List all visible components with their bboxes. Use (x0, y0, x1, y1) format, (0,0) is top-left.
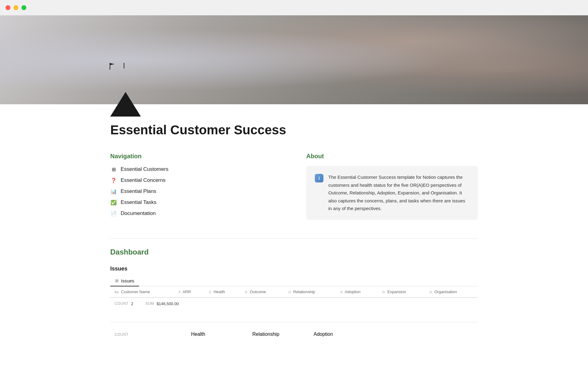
about-heading: About (306, 153, 478, 160)
nav-label-essential-customers: Essential Customers (121, 166, 168, 172)
navigation-list: ⊞ Essential Customers ❓ Essential Concer… (110, 166, 282, 217)
sidebar-item-essential-tasks[interactable]: ✅ Essential Tasks (110, 199, 282, 206)
col-adoption: ⊙ Adoption (336, 286, 378, 297)
nav-label-essential-plans: Essential Plans (121, 188, 156, 194)
bottom-health-label: Health (187, 328, 248, 340)
info-icon: i (315, 174, 323, 182)
navigation-section: Navigation ⊞ Essential Customers ❓ Essen… (110, 153, 282, 220)
sum-label: SUM (145, 301, 154, 306)
page-title: Essential Customer Success (110, 123, 478, 137)
number-type-icon: # (179, 290, 180, 294)
hero-image (0, 15, 588, 104)
question-icon: ❓ (110, 177, 117, 184)
col-health: Σ Health (205, 286, 240, 297)
count-value: 2 (131, 301, 133, 306)
table-icon: ⊞ (115, 278, 119, 283)
close-button[interactable] (6, 5, 10, 10)
about-section: About i The Essential Customer Success t… (306, 153, 478, 220)
two-column-layout: Navigation ⊞ Essential Customers ❓ Essen… (110, 153, 478, 220)
issues-widget-title: Issues (110, 266, 478, 272)
circle-type-icon-4: ⊙ (382, 290, 385, 294)
dashboard-section: Dashboard Issues ⊞ Issues Aa Customer Na… (110, 238, 478, 310)
issues-tab-bar: ⊞ Issues (110, 276, 478, 286)
circle-type-icon-5: ⊙ (429, 290, 432, 294)
bottom-count-area: COUNT (110, 328, 187, 340)
hero-overlay (0, 15, 588, 104)
sidebar-item-essential-customers[interactable]: ⊞ Essential Customers (110, 166, 282, 173)
circle-type-icon-2: ⊙ (288, 290, 291, 294)
about-text: The Essential Customer Success template … (328, 173, 469, 213)
sidebar-item-essential-concerns[interactable]: ❓ Essential Concerns (110, 177, 282, 184)
table-footer: COUNT 2 SUM $146,500.00 (110, 297, 478, 310)
circle-type-icon-3: ⊙ (340, 290, 343, 294)
bottom-labels: COUNT Health Relationship Adoption (110, 328, 478, 340)
minimize-button[interactable] (13, 5, 18, 10)
page-icon (110, 92, 141, 117)
col-arr: # ARR (174, 286, 205, 297)
count-label: COUNT (115, 301, 129, 306)
tab-issues[interactable]: ⊞ Issues (110, 276, 139, 286)
bottom-count-label: COUNT (115, 332, 129, 337)
page-content: Essential Customer Success Navigation ⊞ … (80, 92, 508, 340)
navigation-heading: Navigation (110, 153, 282, 160)
bottom-adoption-label: Adoption (309, 328, 371, 340)
bottom-relationship-label: Relationship (248, 328, 309, 340)
chart-icon: 📊 (110, 188, 117, 195)
nav-label-documentation: Documentation (121, 210, 156, 217)
footer-count: COUNT 2 (115, 301, 133, 306)
table-header-row: Aa Customer Name # ARR Σ Health ⊙ (110, 286, 478, 297)
sidebar-item-documentation[interactable]: 📄 Documentation (110, 210, 282, 217)
grid-icon: ⊞ (110, 166, 117, 173)
circle-type-icon-1: ⊙ (245, 290, 247, 294)
dashboard-heading: Dashboard (110, 248, 478, 256)
mountain-icon (110, 92, 141, 117)
issues-table: Aa Customer Name # ARR Σ Health ⊙ (110, 286, 478, 297)
col-customer-name: Aa Customer Name (110, 286, 174, 297)
sum-value: $146,500.00 (156, 301, 179, 306)
tab-issues-label: Issues (121, 278, 134, 283)
sidebar-item-essential-plans[interactable]: 📊 Essential Plans (110, 188, 282, 195)
about-box: i The Essential Customer Success templat… (306, 166, 478, 220)
footer-sum: SUM $146,500.00 (145, 301, 179, 306)
titlebar (0, 0, 588, 15)
col-organisation: ⊙ Organisation (425, 286, 478, 297)
text-type-icon: Aa (115, 290, 119, 294)
doc-icon: 📄 (110, 210, 117, 217)
maximize-button[interactable] (21, 5, 26, 10)
bottom-section: COUNT Health Relationship Adoption (110, 322, 478, 340)
flag-pole (110, 63, 110, 70)
issues-widget: Issues ⊞ Issues Aa Customer Name (110, 266, 478, 310)
sum-type-icon: Σ (209, 290, 211, 294)
nav-label-essential-tasks: Essential Tasks (121, 199, 156, 205)
check-icon: ✅ (110, 199, 117, 206)
col-outcome: ⊙ Outcome (240, 286, 284, 297)
nav-label-essential-concerns: Essential Concerns (121, 177, 165, 183)
col-expansion: ⊙ Expansion (378, 286, 425, 297)
col-relationship: ⊙ Relationship (284, 286, 336, 297)
